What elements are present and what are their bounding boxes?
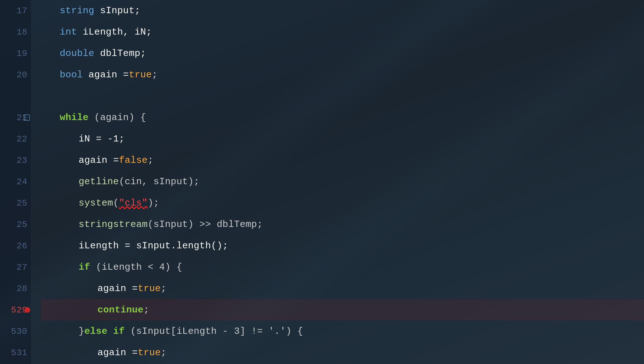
gutter-line-19: 19 — [0, 43, 31, 64]
code-line-28: again = true; — [41, 278, 644, 299]
code-line-22: iN = -1; — [41, 128, 644, 150]
code-line-23: again = false; — [41, 150, 644, 171]
gutter-line-20: 20 — [0, 64, 31, 85]
code-line-19: double dblTemp; — [41, 43, 644, 64]
code-line-531: again = true; — [41, 342, 644, 363]
gutter-line-24: 24 — [0, 171, 31, 192]
gutter-line-22: 22 — [0, 128, 31, 150]
gutter-line-530: 530 — [0, 321, 31, 342]
code-line-17: string sInput; — [41, 0, 644, 21]
code-line-529: continue; — [41, 299, 644, 321]
gutter-line-21: 21 − — [0, 107, 31, 128]
code-content: string sInput; int iLength, iN; double d… — [31, 0, 644, 364]
code-line-530: } else if (sInput[iLength - 3] != '.') { — [41, 321, 644, 342]
gutter-line-529: 529 — [0, 299, 31, 321]
line-number-gutter: 17 18 19 20 21 − 22 23 24 — [0, 0, 31, 364]
gutter-line-27: 27 — [0, 256, 31, 278]
gutter-line-18: 18 — [0, 21, 31, 43]
code-line-20: bool again = true; — [41, 64, 644, 85]
code-line-25a: system("cls"); — [41, 192, 644, 214]
code-line-27: if (iLength < 4) { — [41, 256, 644, 278]
code-line-26: iLength = sInput.length(); — [41, 235, 644, 256]
code-line-24: getline(cin, sInput); — [41, 171, 644, 192]
gutter-line-25a: 25 — [0, 192, 31, 214]
gutter-line-26: 26 — [0, 235, 31, 256]
code-line-18: int iLength, iN; — [41, 21, 644, 43]
gutter-line-empty — [0, 85, 31, 107]
code-editor: 17 18 19 20 21 − 22 23 24 — [0, 0, 644, 364]
code-line-empty — [41, 85, 644, 107]
gutter-line-28: 28 — [0, 278, 31, 299]
code-line-25b: stringstream(sInput) >> dblTemp; — [41, 214, 644, 235]
gutter-line-17: 17 — [0, 0, 31, 21]
gutter-line-25b: 25 — [0, 214, 31, 235]
gutter-line-23: 23 — [0, 150, 31, 171]
collapse-icon-21[interactable]: − — [24, 114, 30, 121]
gutter-line-531: 531 — [0, 342, 31, 363]
code-line-21: while (again) { — [41, 107, 644, 128]
breakpoint-529[interactable] — [25, 307, 30, 313]
